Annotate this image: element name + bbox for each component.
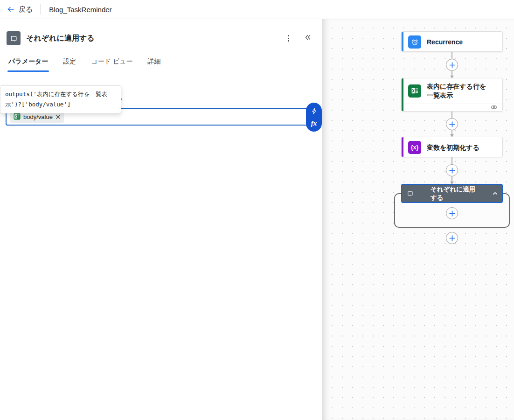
tooltip-line-1: outputs('表内に存在する行を一覧表 <box>5 89 116 99</box>
insert-step-in-loop-button[interactable] <box>446 207 458 219</box>
variable-icon: {x} <box>408 141 421 154</box>
node-label: それぞれに適用 する <box>414 185 492 202</box>
token-close-icon[interactable] <box>56 114 61 119</box>
kebab-menu-icon <box>288 35 289 42</box>
tab-about[interactable]: 詳細 <box>147 56 162 72</box>
plus-icon <box>449 235 455 241</box>
tooltip-line-2: 示')?['body/value'] <box>5 99 116 110</box>
excel-icon <box>408 84 421 98</box>
plus-icon <box>449 121 455 127</box>
node-apply-to-each[interactable]: それぞれに適用 する <box>401 184 503 203</box>
node-recurrence[interactable]: Recurrence <box>401 31 503 52</box>
panel-header: それぞれに適用する <box>0 19 322 45</box>
alarm-clock-icon <box>408 35 421 49</box>
chevron-up-icon[interactable] <box>492 190 498 196</box>
collapse-panel-button[interactable] <box>301 32 314 45</box>
node-label: 変数を初期化する <box>427 143 479 152</box>
dynamic-content-button[interactable] <box>311 107 318 115</box>
power-automate-designer: 戻る Blog_TaskReminder それぞれに適用する <box>0 0 514 420</box>
node-initialize-variable[interactable]: {x} 変数を初期化する <box>401 137 503 157</box>
expression-button[interactable]: fx <box>311 120 317 127</box>
back-button[interactable]: 戻る <box>0 5 40 14</box>
token-label: body/value <box>23 113 53 120</box>
top-bar: 戻る Blog_TaskReminder <box>0 0 514 19</box>
excel-icon <box>14 113 21 121</box>
input-assist-pill: fx <box>306 103 322 132</box>
node-list-rows-in-table[interactable]: 表内に存在する行を 一覧表示 <box>401 78 503 112</box>
action-editor-panel: それぞれに適用する パラメーター 設定 <box>0 19 322 420</box>
more-options-button[interactable] <box>282 32 295 45</box>
tab-code-view[interactable]: コード ビュー <box>90 56 133 72</box>
node-label: Recurrence <box>427 38 463 47</box>
node-label: 表内に存在する行を 一覧表示 <box>427 82 486 100</box>
plus-icon <box>449 168 455 174</box>
loop-icon <box>407 190 414 197</box>
panel-tabs: パラメーター 設定 コード ビュー 詳細 <box>0 56 322 72</box>
tab-settings[interactable]: 設定 <box>62 56 77 72</box>
flow-title: Blog_TaskReminder <box>49 6 111 14</box>
plus-icon <box>449 62 455 68</box>
flow-canvas[interactable]: Recurrence 表内 <box>322 19 514 420</box>
back-arrow-icon <box>7 6 15 13</box>
double-chevron-left-icon <box>304 34 312 43</box>
expression-tooltip: outputs('表内に存在する行を一覧表 示')?['body/value'] <box>0 85 121 113</box>
insert-step-after-loop-button[interactable] <box>446 232 458 244</box>
panel-title: それぞれに適用する <box>26 34 95 43</box>
topbar-divider <box>40 4 41 14</box>
connection-link-icon <box>490 104 498 112</box>
insert-step-button[interactable] <box>446 118 458 130</box>
insert-step-button[interactable] <box>446 59 458 71</box>
apply-to-each-icon <box>7 31 21 45</box>
node-footer <box>402 104 502 112</box>
tab-parameters[interactable]: パラメーター <box>7 56 49 72</box>
back-button-label: 戻る <box>19 5 33 14</box>
plus-icon <box>449 210 455 217</box>
insert-step-button[interactable] <box>446 164 458 176</box>
